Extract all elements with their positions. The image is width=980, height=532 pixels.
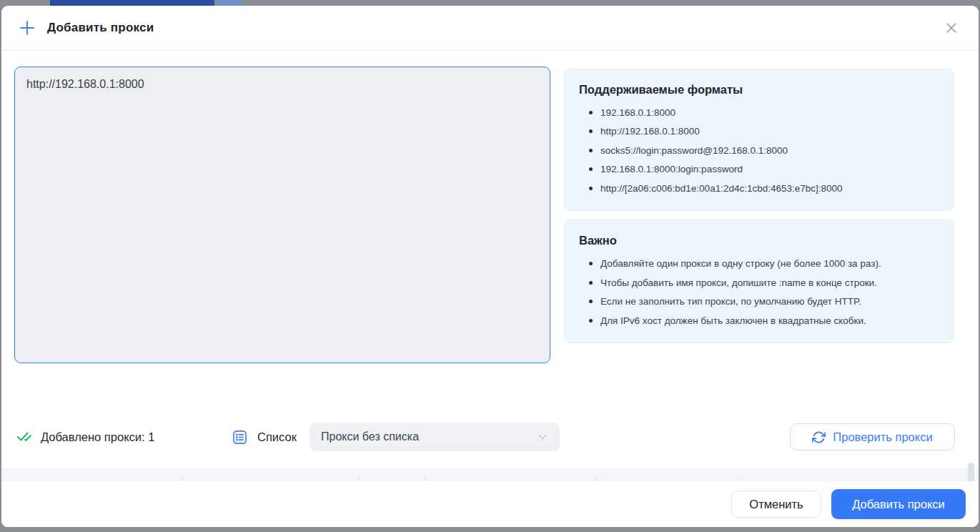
help-column: Поддерживаемые форматы 192.168.0.1:8000 … <box>564 69 954 352</box>
close-icon <box>944 21 959 35</box>
format-item: http://[2a06:c006:bd1e:00a1:2d4c:1cbd:46… <box>589 182 939 195</box>
list-icon <box>232 429 248 445</box>
important-item: Если не заполнить тип прокси, по умолчан… <box>589 295 939 308</box>
format-item: socks5://login:password@192.168.0.1:8000 <box>589 144 939 157</box>
important-item: Чтобы добавить имя прокси, допишите :nam… <box>589 276 939 290</box>
close-button[interactable] <box>941 18 961 38</box>
status-bar: Добавлено прокси: 1 Список Прокси без сп… <box>1 423 979 451</box>
refresh-icon <box>812 430 826 444</box>
added-proxies-status: Добавлено прокси: 1 <box>16 423 154 451</box>
added-proxies-label: Добавлено прокси: 1 <box>41 430 154 444</box>
chevron-down-icon <box>537 431 548 443</box>
double-check-icon <box>16 429 32 445</box>
important-title: Важно <box>579 234 939 247</box>
format-item: 192.168.0.1:8000 <box>589 106 939 119</box>
plus-icon <box>19 19 36 36</box>
proxy-list-select-value: Прокси без списка <box>321 430 419 443</box>
modal-footer: Отменить Добавить прокси <box>1 481 979 527</box>
supported-formats-list: 192.168.0.1:8000 http://192.168.0.1:8000… <box>579 106 939 195</box>
important-item: Добавляйте один прокси в одну строку (не… <box>589 257 939 270</box>
supported-formats-panel: Поддерживаемые форматы 192.168.0.1:8000 … <box>564 69 954 211</box>
check-proxies-label: Проверить прокси <box>833 430 932 444</box>
important-item: Для IPv6 хост должен быть заключен в ква… <box>589 314 939 327</box>
format-item: 192.168.0.1:8000:login:password <box>589 162 939 176</box>
important-list: Добавляйте один прокси в одну строку (не… <box>579 257 939 327</box>
add-proxy-modal: Добавить прокси http://192.168.0.1:8000 … <box>1 6 979 527</box>
supported-formats-title: Поддерживаемые форматы <box>579 83 939 97</box>
important-panel: Важно Добавляйте один прокси в одну стро… <box>564 220 954 343</box>
modal-header: Добавить прокси <box>1 6 979 51</box>
modal-body: http://192.168.0.1:8000 Поддерживаемые ф… <box>1 51 979 481</box>
modal-title: Добавить прокси <box>47 21 154 35</box>
list-label: Список <box>257 430 297 444</box>
submit-add-proxies-button[interactable]: Добавить прокси <box>831 489 966 519</box>
cancel-button[interactable]: Отменить <box>731 491 821 518</box>
proxy-list-textarea[interactable]: http://192.168.0.1:8000 <box>14 66 550 363</box>
check-proxies-button[interactable]: Проверить прокси <box>790 423 955 450</box>
format-item: http://192.168.0.1:8000 <box>589 124 939 138</box>
list-group: Список <box>232 423 297 451</box>
proxy-list-select[interactable]: Прокси без списка <box>310 423 560 451</box>
